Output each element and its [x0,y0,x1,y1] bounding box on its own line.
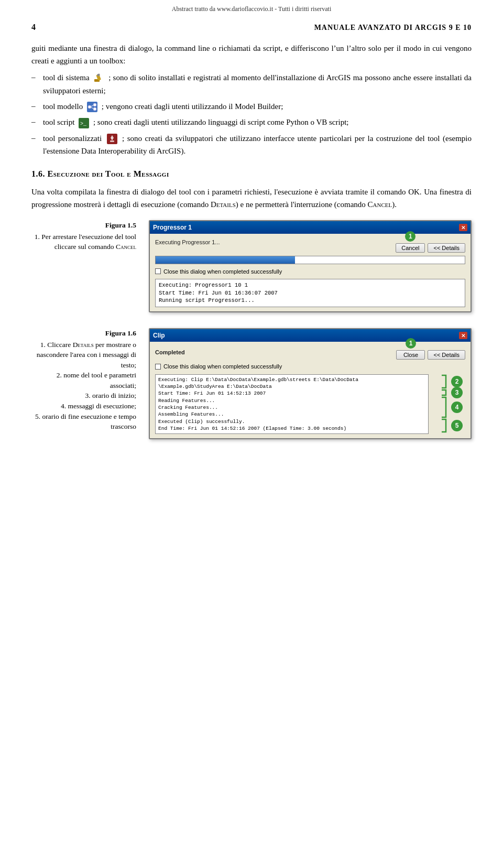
bullet-dash-1: – [31,71,43,83]
clip-titlebar: Clip ✕ [150,329,471,342]
clip-log-line-6: Executed (Clip) successfully. [158,418,425,425]
executing-label: Executing Progressor 1... [155,238,220,247]
badge-4: 4 [451,402,463,413]
bullet-item-sistema: – tool di sistema ; sono di solito insta… [31,71,472,97]
svg-point-6 [93,107,96,111]
page-title: Manuale avanzato di ArcGIS 9 e 10 [314,22,472,33]
bullet-item-script: – tool script >_ ; sono creati dagli ute… [31,116,472,129]
bullet-list: – tool di sistema ; sono di solito insta… [31,71,472,157]
cancel-button-wrap: 1 Cancel [396,238,425,253]
number-badge-1: 1 [405,231,415,242]
dialog-body: Executing Progressor 1... 1 Cancel << De… [150,234,471,311]
progress-bar [155,256,465,264]
figure-1-6-text: 1. Cliccare Details per mostrare o nasco… [35,341,136,431]
details-button[interactable]: << Details [428,243,465,253]
clip-log-line-1b: \Example.gdb\StudyArea E:\Data\DocData [158,383,425,390]
clip-log-area: Executing: Clip E:\Data\DocData\Example.… [155,374,429,434]
figure-1-6-screenshot: Clip ✕ Completed 1 Close << Details [149,328,472,439]
hammer-icon [93,73,105,84]
log-line-1: Executing: Progressor1 10 1 [159,281,462,289]
page-number-row: 4 Manuale avanzato di ArcGIS 9 e 10 [31,21,472,34]
completed-label: Completed [155,348,185,357]
clip-log-line-2: Start Time: Fri Jun 01 14:52:13 2007 [158,390,425,397]
model-icon [86,101,98,113]
clip-close-btn[interactable]: Close [396,350,425,360]
svg-point-4 [88,105,91,108]
badge-5: 5 [451,420,463,431]
clip-body: Completed 1 Close << Details Close this … [150,342,471,438]
log-line-2: Start Time: Fri Jun 01 16:36:07 2007 [159,289,462,297]
page-number: 4 [31,21,36,34]
bullet-content-1: tool di sistema ; sono di solito install… [43,71,472,97]
figure-1-5-text: 1. Per arrestare l'esecuzione del tool c… [35,233,136,251]
header-text: Abstract tratto da www.darioflaccovio.it… [172,5,332,13]
dialog-title: Progressor 1 [153,223,192,232]
number-badge-clip-1: 1 [406,338,416,349]
section-number: 1.6. [31,169,45,178]
clip-log-line-4: Cracking Features... [158,404,425,411]
custom-tool-icon [106,133,118,145]
checkbox-label: Close this dialog when completed success… [163,267,282,276]
bullet-content-4: tool personalizzati ; sono creati da svi… [43,132,472,158]
clip-dialog[interactable]: Clip ✕ Completed 1 Close << Details [149,328,472,439]
svg-point-5 [93,103,96,106]
clip-checkbox-row[interactable]: Close this dialog when completed success… [155,362,465,371]
dialog-titlebar: Progressor 1 ✕ [150,221,471,234]
bullet-content-3: tool script >_ ; sono creati dagli utent… [43,116,472,129]
figure-1-6-row: Figura 1.6 1. Cliccare Details per mostr… [31,328,472,439]
log-area: Executing: Progressor1 10 1 Start Time: … [155,279,465,307]
figure-1-5-caption: Figura 1.5 1. Per arrestare l'esecuzione… [31,220,136,252]
badge-2: 2 [451,376,463,387]
section-text: Una volta compilata la finestra di dialo… [31,186,472,211]
bullet-dash-2: – [31,100,43,112]
clip-log-container: Executing: Clip E:\Data\DocData\Example.… [155,374,429,434]
section-heading: 1.6. Esecuzione dei Tool e Messaggi [31,168,472,180]
bullet-item-personalizzati: – tool personalizzati ; sono creati da s… [31,132,472,158]
bullet-dash-4: – [31,132,43,144]
bullet-dash-3: – [31,116,43,128]
page-header: Abstract tratto da www.darioflaccovio.it… [0,0,503,16]
figure-1-5-screenshot: Progressor 1 ✕ Executing Progressor 1...… [149,220,472,312]
cancel-button[interactable]: Cancel [396,243,425,253]
bullet-content-2: tool modello ; vengono creati dagli uten… [43,100,472,113]
clip-close-button[interactable]: ✕ [459,332,467,339]
clip-details-btn-wrap: 1 Close [396,345,425,360]
bullet-item-modello: – tool modello ; vengono creati dagli ut… [31,100,472,113]
clip-checkbox[interactable] [155,364,161,370]
clip-details-button[interactable]: << Details [428,350,465,360]
svg-rect-13 [110,140,114,142]
figure-1-6-label: Figura 1.6 [31,328,136,339]
bracket-5: 5 [441,418,463,433]
script-icon: >_ [78,117,90,129]
checkbox-row[interactable]: Close this dialog when completed success… [155,267,465,276]
figure-1-6-caption: Figura 1.6 1. Cliccare Details per mostr… [31,328,136,432]
bracket-3: 3 [441,389,463,396]
figure-1-5-row: Figura 1.5 1. Per arrestare l'esecuzione… [31,220,472,312]
close-checkbox[interactable] [155,268,161,274]
bracket-2: 2 [441,374,463,389]
figure-1-5-label: Figura 1.5 [31,220,136,231]
progressor-dialog[interactable]: Progressor 1 ✕ Executing Progressor 1...… [149,220,472,312]
clip-title: Clip [153,331,165,340]
log-line-3: Running script Progressor1... [159,297,462,305]
svg-text:>_: >_ [80,121,87,127]
clip-log-line-7: End Time: Fri Jun 01 14:52:16 2007 (Elap… [158,425,425,432]
clip-checkbox-label: Close this dialog when completed success… [163,362,282,371]
clip-log-line-5: Assembling Features... [158,411,425,418]
progress-bar-fill [156,256,295,264]
clip-log-line-1: Executing: Clip E:\Data\DocData\Example.… [158,376,425,383]
clip-log-line-3: Reading Features... [158,397,425,404]
dialog-close-button[interactable]: ✕ [459,224,467,231]
intro-text: guiti mediante una finestra di dialogo, … [31,42,472,67]
section-title: Esecuzione dei Tool e Messaggi [48,169,169,178]
bracket-4: 4 [441,396,463,418]
